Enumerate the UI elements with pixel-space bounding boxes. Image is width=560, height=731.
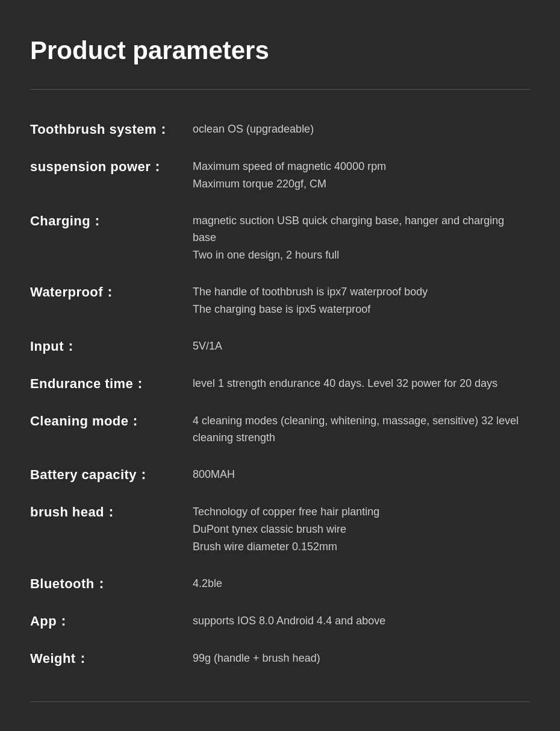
param-label-4: Input： <box>30 328 193 365</box>
param-label-8: brush head： <box>30 494 193 565</box>
table-row: Weight：99g (handle + brush head) <box>30 640 530 677</box>
table-row: brush head：Technology of copper free hai… <box>30 494 530 565</box>
param-label-5: Endurance time： <box>30 365 193 403</box>
param-value-3: The handle of toothbrush is ipx7 waterpr… <box>193 274 530 328</box>
table-row: Charging：magnetic suction USB quick char… <box>30 202 530 274</box>
param-value-5: level 1 strength endurance 40 days. Leve… <box>193 365 530 403</box>
params-table: Toothbrush system：oclean OS (upgradeable… <box>30 111 530 677</box>
bottom-divider <box>30 701 530 702</box>
param-value-1: Maximum speed of magnetic 40000 rpmMaxim… <box>193 148 530 202</box>
table-row: Endurance time：level 1 strength enduranc… <box>30 365 530 403</box>
param-label-11: Weight： <box>30 640 193 677</box>
table-row: Waterproof：The handle of toothbrush is i… <box>30 274 530 328</box>
param-value-4: 5V/1A <box>193 328 530 365</box>
table-row: App：supports IOS 8.0 Android 4.4 and abo… <box>30 603 530 640</box>
param-label-0: Toothbrush system： <box>30 111 193 148</box>
table-row: Cleaning mode：4 cleaning modes (cleaning… <box>30 403 530 457</box>
param-value-8: Technology of copper free hair plantingD… <box>193 494 530 565</box>
param-label-10: App： <box>30 603 193 640</box>
param-value-11: 99g (handle + brush head) <box>193 640 530 677</box>
table-row: Bluetooth：4.2ble <box>30 565 530 603</box>
param-label-9: Bluetooth： <box>30 565 193 603</box>
param-label-7: Battery capacity： <box>30 456 193 494</box>
table-row: Battery capacity：800MAH <box>30 456 530 494</box>
param-value-7: 800MAH <box>193 456 530 494</box>
param-label-3: Waterproof： <box>30 274 193 328</box>
param-value-10: supports IOS 8.0 Android 4.4 and above <box>193 603 530 640</box>
param-value-0: oclean OS (upgradeable) <box>193 111 530 148</box>
param-label-1: suspension power： <box>30 148 193 202</box>
table-row: Input：5V/1A <box>30 328 530 365</box>
param-value-2: magnetic suction USB quick charging base… <box>193 202 530 274</box>
param-value-6: 4 cleaning modes (cleaning, whitening, m… <box>193 403 530 457</box>
param-value-9: 4.2ble <box>193 565 530 603</box>
table-row: suspension power：Maximum speed of magnet… <box>30 148 530 202</box>
param-label-2: Charging： <box>30 202 193 274</box>
top-divider <box>30 89 530 90</box>
page-title: Product parameters <box>30 36 530 65</box>
param-label-6: Cleaning mode： <box>30 403 193 457</box>
table-row: Toothbrush system：oclean OS (upgradeable… <box>30 111 530 148</box>
